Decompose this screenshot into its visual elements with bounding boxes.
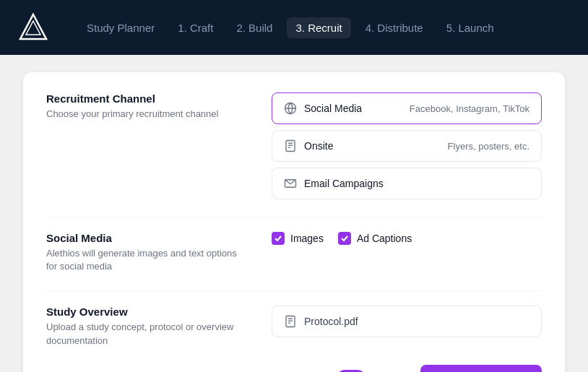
checkbox-ad-captions[interactable]: Ad Captions	[338, 232, 412, 245]
social-media-detail: Facebook, Instagram, TikTok	[410, 103, 529, 114]
onsite-label: Onsite	[304, 140, 333, 152]
social-media-section: Social Media Alethios will generate imag…	[46, 232, 542, 273]
footer-row: A/B Test ✦ Generate assets	[46, 365, 542, 372]
study-overview-controls: Protocol.pdf	[272, 306, 542, 337]
study-overview-label: Study Overview Upload a study concept, p…	[46, 306, 248, 347]
globe-icon	[284, 102, 297, 115]
navbar: Study Planner 1. Craft 2. Build 3. Recru…	[0, 0, 588, 55]
onsite-detail: Flyers, posters, etc.	[448, 141, 529, 152]
social-media-label: Social Media	[304, 103, 362, 114]
svg-rect-8	[286, 316, 295, 327]
ad-captions-checkbox[interactable]	[338, 232, 351, 245]
recruitment-description: Choose your primary recruitment channel	[46, 108, 248, 121]
recruitment-section: Recruitment Channel Choose your primary …	[46, 92, 542, 199]
recruitment-controls: Social Media Facebook, Instagram, TikTok	[272, 92, 542, 199]
recruitment-label: Recruitment Channel Choose your primary …	[46, 92, 248, 121]
study-overview-title: Study Overview	[46, 306, 248, 318]
brand-logo	[17, 12, 49, 43]
svg-marker-0	[20, 14, 46, 39]
generate-assets-button[interactable]: ✦ Generate assets	[420, 365, 542, 372]
social-media-title: Social Media	[46, 232, 248, 244]
option-onsite[interactable]: Onsite Flyers, posters, etc.	[272, 130, 542, 162]
ad-captions-label: Ad Captions	[357, 233, 412, 244]
social-media-section-label: Social Media Alethios will generate imag…	[46, 232, 248, 273]
nav-build[interactable]: 2. Build	[228, 17, 281, 38]
checkbox-row: Images Ad Captions	[272, 232, 542, 245]
nav-distribute[interactable]: 4. Distribute	[357, 17, 432, 38]
svg-rect-3	[286, 141, 295, 152]
doc-icon	[284, 139, 297, 152]
nav-craft[interactable]: 1. Craft	[169, 17, 222, 38]
option-email-campaigns[interactable]: Email Campaigns	[272, 168, 542, 199]
nav-study-planner[interactable]: Study Planner	[78, 17, 163, 38]
nav-launch[interactable]: 5. Launch	[438, 17, 503, 38]
images-checkbox[interactable]	[272, 232, 285, 245]
nav-links: Study Planner 1. Craft 2. Build 3. Recru…	[78, 17, 503, 38]
divider-1	[46, 217, 542, 217]
study-overview-section: Study Overview Upload a study concept, p…	[46, 306, 542, 347]
file-name: Protocol.pdf	[304, 316, 358, 327]
file-icon	[284, 315, 297, 328]
option-social-media[interactable]: Social Media Facebook, Instagram, TikTok	[272, 92, 542, 124]
content-card: Recruitment Channel Choose your primary …	[23, 72, 565, 372]
recruitment-title: Recruitment Channel	[46, 92, 248, 105]
checkbox-images[interactable]: Images	[272, 232, 324, 245]
divider-2	[46, 290, 542, 291]
email-campaigns-label: Email Campaigns	[304, 178, 384, 189]
mail-icon	[284, 177, 297, 190]
social-media-desc: Alethios will generate images and text o…	[46, 247, 248, 273]
images-label: Images	[290, 233, 324, 244]
nav-recruit[interactable]: 3. Recruit	[287, 17, 350, 38]
study-overview-desc: Upload a study concept, protocol or over…	[46, 321, 248, 347]
social-media-controls: Images Ad Captions	[272, 232, 542, 245]
file-field[interactable]: Protocol.pdf	[272, 306, 542, 337]
main-content: Recruitment Channel Choose your primary …	[0, 55, 588, 372]
